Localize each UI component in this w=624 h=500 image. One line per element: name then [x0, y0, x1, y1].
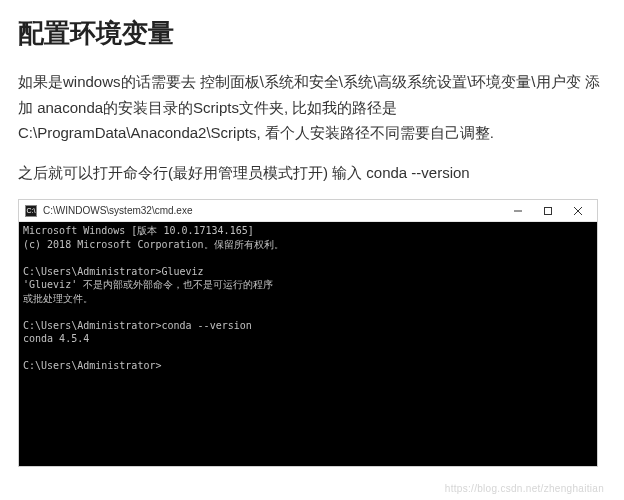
body-paragraph-1: 如果是windows的话需要去 控制面板\系统和安全\系统\高级系统设置\环境变… [18, 69, 606, 146]
window-title-bar: C:\ C:\WINDOWS\system32\cmd.exe [19, 200, 597, 222]
cmd-icon: C:\ [25, 205, 37, 217]
window-title-text: C:\WINDOWS\system32\cmd.exe [43, 205, 503, 216]
terminal-line: (c) 2018 Microsoft Corporation。保留所有权利。 [23, 239, 284, 250]
body-paragraph-2: 之后就可以打开命令行(最好用管理员模式打开) 输入 conda --versio… [18, 160, 606, 186]
section-heading: 配置环境变量 [18, 16, 606, 51]
terminal-line: C:\Users\Administrator> [23, 360, 161, 371]
watermark-text: https://blog.csdn.net/zhenghaitian [445, 483, 604, 494]
maximize-button[interactable] [533, 201, 563, 221]
minimize-button[interactable] [503, 201, 533, 221]
svg-rect-1 [545, 207, 552, 214]
window-controls [503, 201, 593, 221]
terminal-screenshot: C:\ C:\WINDOWS\system32\cmd.exe Microsof… [18, 199, 598, 467]
close-button[interactable] [563, 201, 593, 221]
terminal-line: C:\Users\Administrator>conda --version [23, 320, 252, 331]
terminal-line: 'Glueviz' 不是内部或外部命令，也不是可运行的程序 [23, 279, 273, 290]
terminal-body: Microsoft Windows [版本 10.0.17134.165] (c… [19, 222, 597, 466]
terminal-line: 或批处理文件。 [23, 293, 93, 304]
terminal-line: C:\Users\Administrator>Glueviz [23, 266, 204, 277]
terminal-line: Microsoft Windows [版本 10.0.17134.165] [23, 225, 254, 236]
terminal-line: conda 4.5.4 [23, 333, 89, 344]
